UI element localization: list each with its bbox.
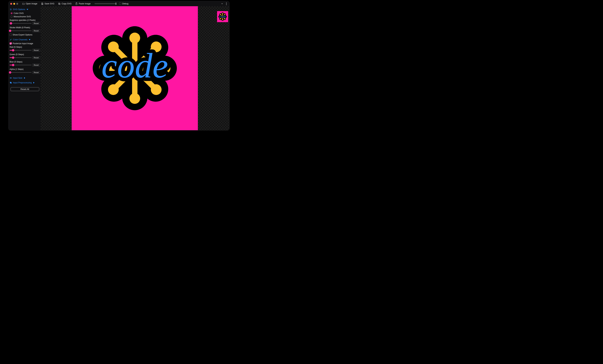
brush-icon [10, 38, 12, 41]
stroke-width-label: Stroke Width (0 Pixels) [10, 26, 40, 29]
clipboard-icon [75, 2, 78, 5]
folder-open-icon [22, 2, 25, 5]
paste-image-button[interactable]: Paste Image [74, 2, 92, 6]
section-input-preprocessing[interactable]: Input Preprocessing [10, 81, 40, 85]
debug-label: Debug [122, 2, 128, 5]
sliders-icon [10, 8, 12, 11]
red-steps-label: Red (5 Steps) [10, 45, 40, 49]
save-icon [41, 2, 44, 5]
svg-rect-10 [11, 82, 12, 84]
radio-monochrome-svg[interactable]: Monochrome SVG [10, 15, 40, 18]
svg-point-7 [11, 10, 11, 10]
collapse-panel-button[interactable] [220, 2, 224, 5]
svg-point-22 [129, 93, 140, 104]
save-svg-label: Save SVG [45, 2, 54, 5]
stroke-reset-button[interactable]: Reset [32, 29, 40, 32]
open-image-label: Open Image [26, 2, 37, 5]
radio-label: Monochrome SVG [14, 15, 31, 18]
radio-color-svg[interactable]: Color SVG [10, 11, 40, 15]
ruler-icon [10, 77, 12, 79]
alpha-steps-label: Alpha (1 Steps) [10, 67, 40, 71]
stroke-width-slider[interactable] [10, 30, 32, 31]
open-image-button[interactable]: Open Image [21, 2, 39, 6]
svg-point-21 [129, 33, 140, 43]
radio-icon [11, 16, 13, 18]
svg-point-6 [11, 9, 11, 10]
svg-rect-1 [59, 3, 60, 5]
paste-image-label: Paste Image [79, 2, 91, 5]
red-reset-button[interactable]: Reset [32, 49, 40, 52]
copy-svg-button[interactable]: Copy SVG [57, 2, 73, 6]
suppress-speckles-slider[interactable] [10, 23, 32, 24]
toolbar: Open Image Save SVG Copy SVG Paste Image… [9, 1, 229, 6]
options-sidebar: SVG Options Color SVG Monochrome SVG Sup… [9, 6, 41, 130]
blue-steps-slider[interactable] [10, 65, 32, 65]
code-text: code [102, 46, 168, 85]
checkbox-label: Show Expert Options [13, 33, 32, 36]
app-window: Open Image Save SVG Copy SVG Paste Image… [8, 1, 230, 130]
section-title: SVG Options [13, 8, 25, 11]
radio-label: Color SVG [14, 12, 24, 14]
suppress-reset-button[interactable]: Reset [32, 22, 40, 25]
chevron-right-icon [24, 77, 25, 79]
copy-svg-label: Copy SVG [62, 2, 71, 5]
checkbox-icon [10, 42, 12, 44]
save-svg-button[interactable]: Save SVG [40, 2, 56, 6]
artboard: code code [72, 6, 198, 130]
section-color-channels[interactable]: Color Channels [10, 38, 40, 42]
copy-icon [58, 2, 61, 5]
checkbox-icon [10, 33, 12, 36]
green-reset-button[interactable]: Reset [32, 56, 40, 59]
section-title: Color Channels [13, 38, 27, 41]
window-controls [10, 3, 18, 5]
section-title: Input Size [13, 77, 22, 79]
chevron-down-icon [27, 9, 28, 10]
green-steps-slider[interactable] [10, 57, 32, 58]
svg-point-5 [10, 9, 11, 9]
svg-rect-0 [42, 4, 43, 4]
section-svg-options[interactable]: SVG Options [10, 8, 40, 11]
alpha-steps-slider[interactable] [10, 72, 32, 73]
alpha-reset-button[interactable]: Reset [32, 71, 40, 74]
chevron-down-icon [29, 39, 30, 40]
zoom-icon[interactable] [16, 3, 18, 5]
green-steps-label: Green (5 Steps) [10, 53, 40, 56]
radio-icon [11, 12, 13, 14]
svg-rect-2 [58, 3, 60, 4]
minimize-icon[interactable] [13, 3, 15, 5]
checkbox-label: Posterize Input Image [13, 42, 33, 45]
suppress-speckles-label: Suppress speckles (2 Pixels) [10, 18, 40, 22]
blue-steps-label: Blue (5 Steps) [10, 60, 40, 63]
more-menu-button[interactable] [225, 2, 228, 5]
section-input-size[interactable]: Input Size [10, 77, 40, 80]
blue-reset-button[interactable]: Reset [32, 64, 40, 66]
preview-svg: code code [218, 12, 227, 21]
svg-point-43 [222, 19, 223, 20]
posterize-toggle[interactable]: Posterize Input Image [10, 42, 40, 45]
red-steps-slider[interactable] [10, 50, 32, 51]
svg-point-42 [222, 13, 223, 14]
chevron-right-icon [33, 82, 35, 84]
svg-text:code: code [219, 14, 226, 19]
checkbox-icon [119, 2, 121, 5]
layers-icon [10, 81, 12, 84]
canvas-area[interactable]: code code [41, 6, 229, 130]
close-icon[interactable] [10, 3, 12, 5]
preview-thumbnail[interactable]: code code [217, 11, 228, 22]
show-expert-options-toggle[interactable]: Show Expert Options [10, 33, 40, 36]
zoom-slider[interactable] [94, 3, 116, 4]
reset-all-button[interactable]: Reset All [11, 87, 39, 91]
section-title: Input Preprocessing [13, 81, 32, 84]
artwork-svg: code code [88, 21, 182, 115]
debug-toggle[interactable]: Debug [119, 2, 128, 5]
chevron-down-icon [221, 2, 223, 5]
